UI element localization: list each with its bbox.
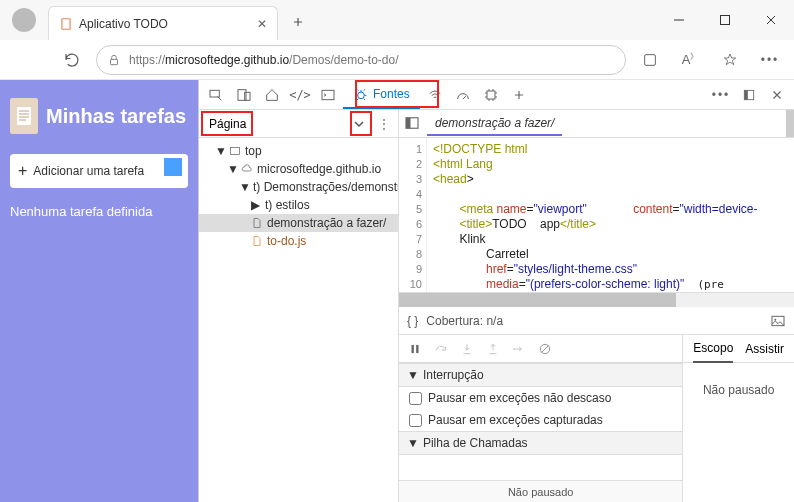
page-tab[interactable]: Página — [203, 115, 252, 133]
tree-js-file[interactable]: to-do.js — [199, 232, 398, 250]
file-tree: ▼top ▼microsoftedge.github.io ▼t) Demons… — [199, 138, 398, 502]
no-icon — [538, 342, 552, 356]
app-install-button[interactable] — [634, 44, 666, 76]
tree-demo-folder[interactable]: ▼t) Demonstrações/demonstração a fazer — [199, 178, 398, 196]
inspect-button[interactable] — [203, 82, 229, 108]
sources-tab-label: Fontes — [373, 87, 410, 101]
avatar-icon — [12, 8, 36, 32]
device-toggle-button[interactable] — [231, 82, 257, 108]
more-button[interactable]: ••• — [754, 44, 786, 76]
checkbox[interactable] — [409, 414, 422, 427]
editor-file-tabs: demonstração a fazer/ — [399, 110, 794, 138]
not-paused-status: Não pausado — [399, 480, 682, 502]
add-task-input[interactable]: + Adicionar uma tarefa — [10, 154, 188, 188]
bug-icon — [353, 86, 369, 102]
tree-top[interactable]: ▼top — [199, 142, 398, 160]
tab-elements[interactable]: </> — [287, 82, 313, 108]
file-icon — [251, 235, 263, 247]
device-icon — [236, 87, 252, 103]
tab-memory[interactable] — [478, 82, 504, 108]
tree-domain[interactable]: ▼microsoftedge.github.io — [199, 160, 398, 178]
star-icon — [722, 52, 738, 68]
checkbox[interactable] — [409, 392, 422, 405]
plus-icon — [512, 88, 526, 102]
browser-tab[interactable]: Aplicativo TODO ✕ — [48, 6, 278, 40]
braces-icon[interactable]: { } — [407, 314, 418, 328]
svg-rect-10 — [487, 91, 495, 99]
coverage-label: Cobertura: n/a — [426, 314, 503, 328]
tab-sources[interactable]: Fontes — [343, 80, 420, 109]
pause-uncaught-checkbox[interactable]: Pausar em exceções não descaso — [399, 387, 682, 409]
code-text: <!DOCTYPE html <html Lang <head> <meta n… — [427, 138, 794, 292]
pause-caught-checkbox[interactable]: Pausar em exceções capturadas — [399, 409, 682, 431]
maximize-button[interactable] — [702, 0, 748, 40]
tab-network[interactable] — [422, 82, 448, 108]
devtools-close-button[interactable] — [764, 82, 790, 108]
scrollbar-vertical[interactable] — [786, 110, 794, 137]
line-gutter: 12345678910 — [399, 138, 427, 292]
more-pane-button[interactable] — [348, 117, 370, 131]
new-tab-button[interactable] — [282, 6, 314, 38]
profile-button[interactable] — [0, 0, 48, 40]
clipboard-icon — [10, 98, 38, 134]
scope-tab[interactable]: Escopo — [693, 335, 733, 363]
toggle-navigator-button[interactable] — [403, 114, 421, 132]
debugger-left: ▼Interrupção Pausar em exceções não desc… — [399, 335, 683, 502]
main-content: Minhas tarefas + Adicionar uma tarefa Ne… — [0, 80, 794, 502]
close-tab-icon[interactable]: ✕ — [257, 17, 267, 31]
favorite-button[interactable] — [714, 44, 746, 76]
sidebar-icon — [403, 114, 421, 132]
step-over-button[interactable] — [429, 337, 453, 361]
read-aloud-button[interactable]: A》 — [674, 44, 706, 76]
dock-icon — [742, 88, 756, 102]
horizontal-scrollbar[interactable] — [399, 293, 794, 307]
pause-button[interactable] — [403, 337, 427, 361]
open-file-tab[interactable]: demonstração a fazer/ — [427, 112, 562, 136]
tab-console[interactable] — [315, 82, 341, 108]
step-into-button[interactable] — [455, 337, 479, 361]
debugger-right: Escopo Assistir Não pausado — [683, 335, 794, 502]
close-window-button[interactable] — [748, 0, 794, 40]
tree-styles-folder[interactable]: ▶t) estilos — [199, 196, 398, 214]
devtools-dock-button[interactable] — [736, 82, 762, 108]
pause-icon — [408, 342, 422, 356]
gauge-icon — [455, 87, 471, 103]
svg-rect-8 — [322, 90, 334, 99]
kebab-button[interactable]: ⋮ — [374, 117, 394, 131]
deactivate-bp-button[interactable] — [533, 337, 557, 361]
callstack-header[interactable]: ▼Pilha de Chamadas — [399, 431, 682, 455]
step-into-icon — [460, 342, 474, 356]
minimize-button[interactable] — [656, 0, 702, 40]
empty-state-text: Nenhuma tarefa definida — [10, 204, 188, 219]
window-titlebar: Aplicativo TODO ✕ — [0, 0, 794, 40]
navigator-header: Página ⋮ — [199, 110, 398, 138]
refresh-button[interactable] — [56, 44, 88, 76]
url-input[interactable]: https://microsoftedge.github.io/Demos/de… — [96, 45, 626, 75]
scope-empty: Não pausado — [683, 363, 794, 502]
breakpoints-header[interactable]: ▼Interrupção — [399, 363, 682, 387]
tree-html-file[interactable]: demonstração a fazer/ — [199, 214, 398, 232]
code-area[interactable]: 12345678910 <!DOCTYPE html <html Lang <h… — [399, 138, 794, 293]
svg-rect-3 — [645, 54, 656, 65]
step-out-button[interactable] — [481, 337, 505, 361]
devtools-more-button[interactable]: ••• — [708, 82, 734, 108]
svg-rect-1 — [721, 16, 730, 25]
more-tabs-button[interactable] — [506, 82, 532, 108]
tab-title: Aplicativo TODO — [79, 17, 257, 31]
svg-point-9 — [358, 92, 365, 99]
file-icon — [251, 217, 263, 229]
step-button[interactable] — [507, 337, 531, 361]
close-icon — [770, 88, 784, 102]
wifi-icon — [427, 87, 443, 103]
todo-app-panel: Minhas tarefas + Adicionar uma tarefa Ne… — [0, 80, 198, 502]
watch-tab[interactable]: Assistir — [745, 336, 784, 362]
tab-performance[interactable] — [450, 82, 476, 108]
svg-rect-0 — [62, 18, 70, 29]
sources-body: Página ⋮ ▼top ▼microsoftedge.github.io ▼… — [199, 110, 794, 502]
debugger-toolbar — [399, 335, 682, 363]
image-icon[interactable] — [770, 313, 786, 329]
chevron-down-icon — [354, 119, 364, 129]
svg-rect-4 — [17, 107, 31, 125]
svg-rect-18 — [412, 344, 414, 352]
tab-welcome[interactable] — [259, 82, 285, 108]
